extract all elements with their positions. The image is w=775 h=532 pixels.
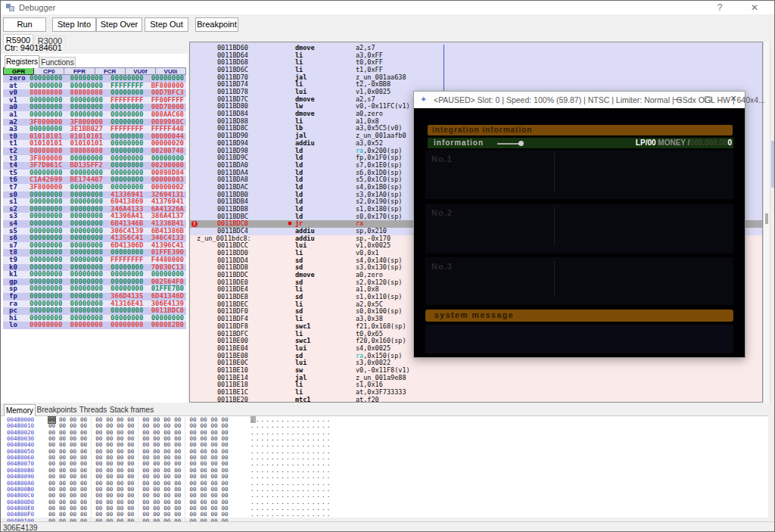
step-out-button[interactable]: Step Out	[145, 17, 188, 32]
opcode: mtc1	[295, 397, 310, 403]
disasm-row[interactable]: 0011BD6Clit1,0xFF	[190, 67, 762, 74]
slider-knob-icon	[518, 141, 524, 146]
disasm-row[interactable]: 0011BE10swv0,-0x11F8(v1)	[190, 367, 762, 375]
memory-row[interactable]: 004800E000000000000000000000000000000000…	[1, 506, 768, 512]
title-bar: Debugger ? ✕	[1, 1, 774, 14]
disasm-row[interactable]: 0011BE1Cliat,0x3F733333	[190, 389, 762, 397]
game-minimize-button[interactable]: —	[671, 94, 683, 103]
disasm-row[interactable]: 0011BD60dmovea2,s7	[190, 45, 762, 52]
slot-panel-1: No.1	[425, 150, 733, 199]
breakpoint-button[interactable]: Breakpoint	[195, 17, 238, 32]
close-button[interactable]: ✕	[745, 2, 764, 13]
operands: at,f20	[356, 397, 379, 403]
status-text: 306E4139	[3, 524, 38, 532]
lp-money-readout: LP/00 MONEY /000,000,000	[636, 138, 732, 147]
register-pane: Registers Functions GPRCP0FPRFCRVU0fVU0i…	[1, 54, 188, 403]
scrollbar-thumb[interactable]	[771, 141, 775, 188]
slot-panel-2: No.2	[425, 204, 733, 254]
memory-row[interactable]: 0048004000000000000000000000000000000000…	[1, 442, 768, 448]
run-button[interactable]: Run	[3, 17, 46, 32]
game-maximize-button[interactable]: ▢	[702, 94, 714, 104]
tab-stack-frames[interactable]: Stack frames	[108, 404, 155, 415]
instruction-address: 0011BE20	[217, 397, 248, 403]
memory-row[interactable]: 004800F000000000000000000000000000000000…	[1, 512, 768, 518]
register-word: 00000000	[110, 322, 143, 329]
disasm-row[interactable]: 0011BD64lia3,0xFF	[190, 52, 762, 60]
status-bar: 306E4139	[1, 521, 774, 532]
memory-row[interactable]: 0048005000000000000000000000000000000000…	[1, 449, 768, 455]
register-word: 000082B0	[151, 322, 184, 329]
tab-memory[interactable]: Memory	[4, 404, 36, 416]
message-panel	[425, 325, 733, 353]
register-word: 00000000	[30, 322, 62, 329]
disasm-row[interactable]: 0011BE14jalz_un_001a9e88	[190, 375, 762, 382]
pc-marker-icon: ■	[288, 220, 291, 228]
register-name: lo	[9, 322, 17, 329]
game-title-bar[interactable]: ✦ <PAUSED> Slot: 0 | Speed: 100% (59.87)…	[414, 92, 745, 108]
tab-registers[interactable]: Registers	[5, 55, 39, 68]
right-scrollbar[interactable]	[770, 42, 775, 403]
tab-threads[interactable]: Threads	[78, 404, 108, 415]
pcsx2-icon: ✦	[420, 95, 427, 104]
memory-row[interactable]: 0048002000000000000000000000000000000000…	[1, 430, 768, 436]
memory-row[interactable]: 004800A000000000000000000000000000000000…	[1, 481, 768, 487]
information-bar: information LP/00 MONEY /000,000,000	[428, 138, 733, 148]
slot-panel-3: No.3	[425, 257, 733, 305]
disasm-row[interactable]: 0011BD70jalz_un_001aa638	[190, 74, 762, 82]
step-into-button[interactable]: Step Into	[52, 17, 96, 32]
memory-row[interactable]: 0048008000000000000000000000000000000000…	[1, 468, 768, 474]
disasm-row[interactable]: 0011BE20mtc1at,f20	[190, 397, 762, 403]
integration-information-bar: integration information	[428, 125, 733, 135]
app-icon	[6, 4, 14, 11]
memory-row[interactable]: 0048009000000000000000000000000000000000…	[1, 474, 768, 480]
breakpoint-icon[interactable]: !	[191, 221, 198, 227]
register-row-lo[interactable]: lo000000000000000000000000000082B0	[3, 322, 186, 329]
debugger-window: Debugger ? ✕ RunStep IntoStep OverStep O…	[0, 0, 775, 532]
tab-breakpoints[interactable]: Breakpoints	[36, 404, 78, 415]
scrollbar-thumb[interactable]	[765, 213, 768, 224]
step-over-button[interactable]: Step Over	[96, 17, 142, 32]
window-title: Debugger	[19, 3, 55, 12]
disasm-row[interactable]: 0011BD68lit0,0xFF	[190, 59, 762, 67]
memory-row[interactable]: 0048006000000000000000000000000000000000…	[1, 455, 768, 461]
memory-row[interactable]: 0048001000000000000000000000000000000000…	[1, 423, 768, 429]
memory-row[interactable]: 0048003000000000000000000000000000000000…	[1, 436, 768, 442]
help-button[interactable]: ?	[711, 2, 729, 13]
cycle-counter: Ctr: 940184601	[5, 43, 62, 52]
disasm-row[interactable]: 0011BE0Cluis3,0x0022	[190, 359, 762, 367]
memory-row[interactable]: 004800C000000000000000000000000000000000…	[1, 493, 768, 499]
memory-row[interactable]: 004800B000000000000000000000000000000000…	[1, 487, 768, 493]
system-message-bar: system message	[425, 310, 733, 322]
tab-functions[interactable]: Functions	[39, 57, 76, 68]
register-ra-highlight: ra	[356, 352, 363, 359]
game-window-title: <PAUSED> Slot: 0 | Speed: 100% (59.87) |…	[434, 95, 765, 104]
memory-hex-view[interactable]: 0048000000000000000000000000000000000000…	[1, 415, 768, 518]
memory-row[interactable]: 0048007000000000000000000000000000000000…	[1, 461, 768, 467]
register-ra-highlight: ra	[356, 147, 363, 154]
memory-row[interactable]: 0048000000000000000000000000000000000000…	[1, 417, 768, 423]
game-close-button[interactable]: ✕	[727, 94, 739, 104]
memory-pane: Memory Breakpoints Threads Stack frames …	[1, 403, 768, 518]
slider-line	[497, 143, 520, 145]
register-word: 00000000	[70, 322, 103, 329]
disasm-row[interactable]: 0011BE18lis1,0x16	[190, 381, 762, 389]
information-label: information	[434, 138, 484, 147]
game-window[interactable]: ✦ <PAUSED> Slot: 0 | Speed: 100% (59.87)…	[413, 91, 745, 358]
disasm-row[interactable]: 0011BD74lit2,-0xBB8	[190, 81, 762, 89]
memory-row[interactable]: 004800D000000000000000000000000000000000…	[1, 499, 768, 506]
game-viewport: integration information information LP/0…	[414, 108, 745, 357]
